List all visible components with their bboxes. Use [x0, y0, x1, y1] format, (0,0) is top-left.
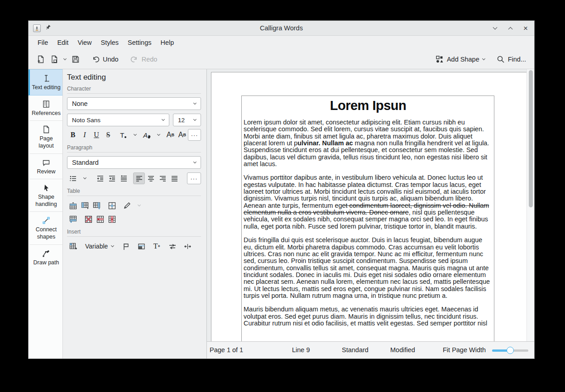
menu-help[interactable]: Help [156, 38, 178, 48]
undo-label: Undo [103, 56, 119, 63]
paragraph-4[interactable]: Mauris bibendum aliquam metus, ac venena… [244, 306, 493, 327]
chevron-down-icon [157, 133, 160, 136]
status-line: Line 9 [292, 346, 310, 354]
table-delete-column-button[interactable] [106, 213, 118, 225]
document-page[interactable]: Lorem Ipsun Lorem ipsum dolor sit amet, … [211, 72, 527, 341]
insert-page-break-button[interactable] [166, 240, 178, 252]
highlight-color-button[interactable]: A [141, 129, 153, 141]
paragraph-1[interactable]: Lorem ipsum dolor sit amet, consectetur … [244, 119, 493, 167]
redo-button[interactable]: Redo [128, 53, 160, 66]
strikethrough-button[interactable]: S [102, 129, 114, 141]
zoom-slider[interactable] [492, 349, 528, 352]
insert-variable-dropdown[interactable]: Variable [82, 240, 116, 252]
document-area: Lorem Ipsun Lorem ipsum dolor sit amet, … [207, 69, 534, 359]
paragraph-3[interactable]: Duis fringilla dui quis est scelerisque … [244, 237, 493, 299]
bold-button[interactable]: B [67, 129, 79, 141]
text-editing-icon [42, 74, 51, 83]
review-icon [42, 158, 51, 167]
zoom-slider-handle[interactable] [507, 347, 514, 354]
panel-title: Text editing [67, 73, 201, 82]
font-size-select[interactable]: 12 [173, 114, 201, 126]
insert-text-frame-button[interactable]: T+ [151, 240, 163, 252]
table-delete-selection-button[interactable] [82, 213, 94, 225]
find-button[interactable]: Find... [494, 53, 529, 66]
align-justify-button[interactable] [168, 172, 180, 184]
paragraph-style-select[interactable]: Standard [67, 156, 201, 169]
calligra-words-window: Calligra Words × File Edit View Styles S… [28, 20, 535, 359]
table-border-pen-dropdown[interactable] [133, 200, 145, 211]
align-right-button[interactable] [157, 172, 168, 184]
insert-break-options-button[interactable] [182, 240, 193, 252]
zoom-mode-button[interactable]: Fit Page Width [443, 346, 486, 354]
menu-settings[interactable]: Settings [123, 38, 156, 48]
document-heading[interactable]: Lorem Ipsun [244, 98, 493, 113]
section-paragraph-label: Paragraph [67, 144, 201, 153]
vertical-scrollbar[interactable] [527, 69, 534, 341]
character-more-button[interactable]: ··· [188, 129, 201, 141]
scrollbar-thumb[interactable] [529, 70, 533, 207]
table-insert-column-right-button[interactable] [67, 213, 79, 225]
menu-view[interactable]: View [73, 38, 96, 48]
page-layout-icon [42, 125, 51, 134]
dock-tab-references[interactable]: References [29, 96, 62, 121]
italic-button[interactable]: I [79, 129, 91, 141]
increase-indent-button[interactable] [106, 172, 118, 184]
first-line-indent-button[interactable] [118, 172, 129, 184]
paragraph-format-row: ··· [67, 172, 201, 184]
chevron-down-icon [193, 101, 196, 105]
undo-button[interactable]: Undo [89, 53, 121, 66]
subscript-button[interactable]: AB [176, 129, 188, 141]
redo-label: Redo [142, 56, 158, 63]
table-merge-cells-button[interactable] [106, 200, 118, 211]
dock-tab-review[interactable]: Review [29, 154, 62, 180]
titlebar[interactable]: Calligra Words × [29, 21, 534, 36]
tool-dock: Text editing References Page layout Revi… [29, 69, 63, 359]
maximize-button[interactable] [506, 24, 514, 32]
list-style-dropdown[interactable] [79, 172, 91, 184]
status-style[interactable]: Standard [342, 346, 369, 354]
dock-tab-connect-shapes[interactable]: Connect shapes [29, 212, 62, 244]
insert-table-button[interactable] [67, 240, 79, 252]
menu-file[interactable]: File [33, 38, 53, 48]
dock-tab-draw-path[interactable]: Draw path [29, 245, 62, 270]
font-color-button[interactable]: T [117, 129, 129, 141]
open-recent-dropdown[interactable] [61, 57, 69, 62]
insert-section-button[interactable] [135, 240, 147, 252]
close-button[interactable]: × [522, 24, 530, 32]
paragraph-more-button[interactable]: ··· [187, 172, 201, 184]
underline-button[interactable]: U [91, 129, 102, 141]
superscript-button[interactable]: AB [164, 129, 176, 141]
dock-tab-text-editing[interactable]: Text editing [29, 69, 62, 96]
table-row-1 [67, 200, 201, 211]
character-style-select[interactable]: None [67, 97, 201, 110]
add-shape-button[interactable]: Add Shape [433, 53, 488, 66]
table-insert-row-above-button[interactable] [67, 200, 79, 211]
table-delete-row-button[interactable] [94, 213, 106, 225]
list-style-button[interactable] [67, 172, 79, 184]
insert-bookmark-button[interactable] [120, 240, 132, 252]
dock-tab-page-layout[interactable]: Page layout [29, 121, 62, 153]
table-insert-row-below-button[interactable] [79, 200, 91, 211]
table-border-pen-button[interactable] [121, 200, 133, 211]
paragraph-2[interactable]: Vivamus porttitor dapibus ante, in vesti… [244, 174, 493, 230]
highlight-color-dropdown[interactable] [153, 129, 164, 141]
connect-shapes-icon [42, 216, 51, 225]
font-family-select[interactable]: Noto Sans [67, 114, 169, 126]
align-left-button[interactable] [133, 172, 145, 184]
minimize-button[interactable] [491, 24, 499, 32]
new-document-icon [37, 55, 45, 63]
menu-styles[interactable]: Styles [96, 38, 124, 48]
text-frame[interactable]: Lorem Ipsun Lorem ipsum dolor sit amet, … [241, 96, 494, 341]
save-button[interactable] [69, 53, 82, 66]
document-canvas[interactable]: Lorem Ipsun Lorem ipsum dolor sit amet, … [207, 69, 534, 341]
chevron-down-icon [162, 118, 165, 121]
menu-edit[interactable]: Edit [53, 38, 73, 48]
table-insert-column-left-button[interactable] [91, 200, 102, 211]
dock-tab-shape-handling[interactable]: Shape handling [29, 179, 62, 212]
open-document-icon [50, 55, 58, 63]
new-document-button[interactable] [34, 53, 48, 66]
open-document-button[interactable] [48, 53, 61, 66]
decrease-indent-button[interactable] [94, 172, 106, 184]
align-center-button[interactable] [145, 172, 157, 184]
font-color-dropdown[interactable] [129, 129, 141, 141]
